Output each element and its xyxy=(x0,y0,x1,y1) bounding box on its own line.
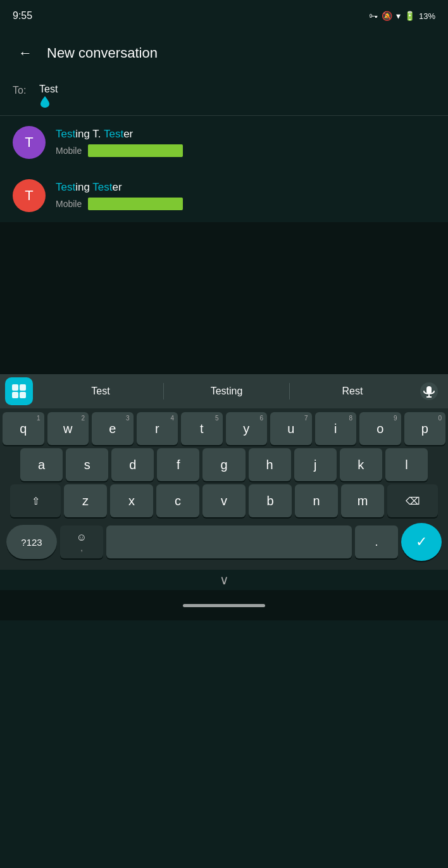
key-w[interactable]: 2w xyxy=(47,412,89,445)
key-u[interactable]: 7u xyxy=(270,412,312,445)
key-p[interactable]: 0p xyxy=(404,412,446,445)
key-a[interactable]: a xyxy=(20,448,63,481)
svg-rect-5 xyxy=(426,386,432,394)
chevron-down-icon: ∨ xyxy=(220,572,229,588)
key-m[interactable]: m xyxy=(341,484,384,517)
suggestion-word-2[interactable]: Testing xyxy=(164,381,289,402)
key-icon: 🗝 xyxy=(369,11,378,21)
status-icons: 🗝 🔕 ▾ 🔋 13% xyxy=(369,11,435,21)
mic-icon xyxy=(420,382,438,400)
key-y[interactable]: 6y xyxy=(226,412,268,445)
key-row-3: ⇧ z x c v b n m ⌫ xyxy=(3,484,445,517)
home-indicator xyxy=(183,604,265,607)
key-l[interactable]: l xyxy=(385,448,428,481)
suggestion-word-1[interactable]: Test xyxy=(38,381,163,402)
avatar-2: T xyxy=(13,179,46,212)
suggestion-name-1: Testing T. Tester xyxy=(56,128,183,141)
key-n[interactable]: n xyxy=(295,484,338,517)
keyboard-suggestion-bar: Test Testing Rest xyxy=(0,374,448,408)
suggestion-name-2: Testing Tester xyxy=(56,181,183,194)
keyboard: 1q 2w 3e 4r 5t 6y 7u 8i 9o 0p a s d f g … xyxy=(0,408,448,570)
key-h[interactable]: h xyxy=(249,448,291,481)
name-normal-2: ing xyxy=(75,181,92,193)
name-end-1: er xyxy=(123,128,133,140)
key-row-2: a s d f g h j k l xyxy=(3,448,445,481)
name-highlight-2b: Test xyxy=(92,181,112,193)
mute-icon: 🔕 xyxy=(382,11,392,21)
battery-icon: 🔋 xyxy=(404,11,415,21)
suggestion-info-2: Testing Tester Mobile xyxy=(56,181,183,210)
name-highlight-1b: Test xyxy=(104,128,123,140)
text-cursor xyxy=(40,96,49,108)
emoji-key[interactable]: ☺, xyxy=(60,525,103,558)
name-highlight-1a: Test xyxy=(56,128,75,140)
shift-key[interactable]: ⇧ xyxy=(10,484,61,517)
avatar-1: T xyxy=(13,126,46,159)
key-c[interactable]: c xyxy=(156,484,199,517)
app-bar: ← New conversation xyxy=(0,30,448,76)
gboard-icon xyxy=(11,383,27,399)
page-title: New conversation xyxy=(47,45,158,61)
name-normal-1: ing T. xyxy=(75,128,104,140)
name-end-2: er xyxy=(112,181,121,193)
enter-key[interactable]: ✓ xyxy=(401,523,442,561)
backspace-key[interactable]: ⌫ xyxy=(387,484,438,517)
key-z[interactable]: z xyxy=(64,484,107,517)
key-t[interactable]: 5t xyxy=(181,412,223,445)
suggestion-words: Test Testing Rest xyxy=(38,381,415,402)
svg-rect-1 xyxy=(20,384,26,391)
key-d[interactable]: d xyxy=(111,448,154,481)
key-row-1: 1q 2w 3e 4r 5t 6y 7u 8i 9o 0p xyxy=(3,412,445,445)
key-r[interactable]: 4r xyxy=(137,412,178,445)
suggestion-item-2[interactable]: T Testing Tester Mobile xyxy=(0,169,448,222)
key-b[interactable]: b xyxy=(249,484,292,517)
to-input-area[interactable]: Test xyxy=(39,84,435,108)
empty-area xyxy=(0,222,448,374)
phone-number-bar-1 xyxy=(88,144,183,157)
numbers-key[interactable]: ?123 xyxy=(6,525,57,559)
svg-rect-3 xyxy=(20,392,26,398)
key-o[interactable]: 9o xyxy=(359,412,401,445)
space-key[interactable] xyxy=(106,525,352,558)
phone-number-bar-2 xyxy=(88,198,183,210)
svg-rect-2 xyxy=(12,392,18,398)
mobile-label-1: Mobile xyxy=(56,146,82,156)
key-q[interactable]: 1q xyxy=(3,412,44,445)
status-time: 9:55 xyxy=(13,10,32,22)
suggestion-mobile-2: Mobile xyxy=(56,198,183,210)
wifi-icon: ▾ xyxy=(396,11,401,21)
keyboard-app-icon xyxy=(5,377,33,405)
suggestion-item-1[interactable]: T Testing T. Tester Mobile xyxy=(0,116,448,169)
suggestion-info-1: Testing T. Tester Mobile xyxy=(56,128,183,157)
battery-text: 13% xyxy=(419,11,435,21)
to-label: To: xyxy=(13,85,32,96)
back-button[interactable]: ← xyxy=(13,41,38,66)
key-i[interactable]: 8i xyxy=(315,412,357,445)
nav-bar xyxy=(0,590,448,620)
status-bar: 9:55 🗝 🔕 ▾ 🔋 13% xyxy=(0,0,448,30)
key-row-4: ?123 ☺, . ✓ xyxy=(3,520,445,563)
key-s[interactable]: s xyxy=(66,448,108,481)
key-j[interactable]: j xyxy=(294,448,337,481)
back-arrow-icon: ← xyxy=(18,45,32,61)
key-e[interactable]: 3e xyxy=(92,412,134,445)
suggestion-mobile-1: Mobile xyxy=(56,144,183,157)
mic-button[interactable] xyxy=(415,377,443,405)
suggestion-word-3[interactable]: Rest xyxy=(290,381,415,402)
key-v[interactable]: v xyxy=(202,484,246,517)
mobile-label-2: Mobile xyxy=(56,199,82,209)
nav-chevron-area: ∨ xyxy=(0,570,448,590)
to-field[interactable]: To: Test xyxy=(0,76,448,116)
to-input-value: Test xyxy=(39,84,435,95)
suggestions-list: T Testing T. Tester Mobile T Testing Tes… xyxy=(0,116,448,222)
key-k[interactable]: k xyxy=(340,448,382,481)
key-x[interactable]: x xyxy=(110,484,153,517)
name-highlight-2a: Test xyxy=(56,181,75,193)
period-key[interactable]: . xyxy=(355,525,398,558)
svg-rect-0 xyxy=(12,384,18,391)
key-f[interactable]: f xyxy=(157,448,199,481)
key-g[interactable]: g xyxy=(202,448,245,481)
